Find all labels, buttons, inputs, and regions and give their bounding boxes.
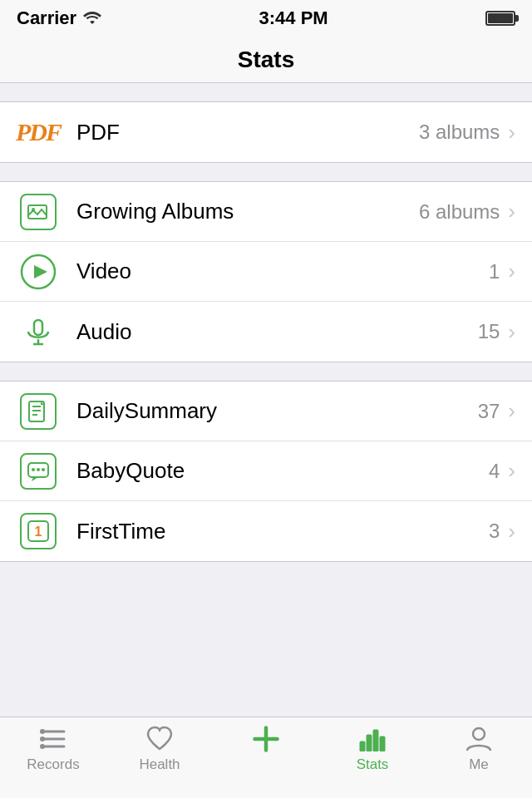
list-item-audio[interactable]: Audio 15 ›: [0, 302, 532, 362]
records-icon: [38, 726, 68, 752]
carrier-label: Carrier: [17, 7, 76, 29]
tab-records[interactable]: Records: [0, 726, 106, 773]
chevron-icon: ›: [508, 519, 515, 544]
svg-point-14: [42, 468, 45, 471]
tab-bar: Records Health Stats: [0, 717, 532, 798]
svg-rect-4: [34, 320, 42, 335]
status-bar: Carrier 3:44 PM: [0, 0, 532, 37]
list-item-pdf[interactable]: PDF PDF 3 albums ›: [0, 102, 532, 162]
section-gap-1: [0, 83, 532, 101]
first-time-icon: 1: [17, 510, 60, 553]
section-gap-3: [0, 362, 532, 381]
video-label: Video: [76, 259, 489, 284]
data-section: DailySummary 37 › BabyQuote: [0, 381, 532, 562]
pdf-count: 3 albums: [419, 121, 500, 144]
health-tab-label: Health: [139, 756, 180, 773]
chevron-icon: ›: [508, 120, 515, 145]
tab-stats[interactable]: Stats: [319, 726, 426, 773]
status-time: 3:44 PM: [259, 7, 328, 29]
growing-albums-count: 6 albums: [419, 200, 500, 224]
svg-point-20: [40, 729, 45, 734]
me-icon: [464, 726, 494, 752]
svg-marker-3: [34, 265, 47, 278]
daily-summary-label: DailySummary: [76, 398, 478, 424]
svg-point-29: [473, 728, 485, 740]
records-tab-label: Records: [27, 756, 79, 773]
baby-quote-icon: [17, 450, 60, 493]
daily-summary-icon: [17, 390, 60, 433]
list-item-daily-summary[interactable]: DailySummary 37 ›: [0, 382, 532, 441]
section-gap-bottom: [0, 562, 532, 580]
audio-label: Audio: [76, 319, 478, 345]
me-tab-label: Me: [469, 756, 489, 773]
page-title: Stats: [238, 47, 294, 73]
growing-albums-label: Growing Albums: [76, 199, 419, 224]
svg-text:1: 1: [35, 525, 42, 539]
content-area: PDF PDF 3 albums › Growing Albums 6 albu…: [0, 83, 532, 717]
add-icon: [251, 726, 281, 752]
pdf-icon: PDF: [17, 111, 60, 154]
tab-health[interactable]: Health: [106, 726, 213, 773]
list-item-growing-albums[interactable]: Growing Albums 6 albums ›: [0, 182, 532, 242]
wifi-icon: [83, 7, 101, 29]
svg-point-1: [32, 208, 35, 211]
chevron-icon: ›: [508, 259, 515, 284]
battery-icon: [485, 11, 515, 26]
pdf-section: PDF PDF 3 albums ›: [0, 101, 532, 163]
tab-me[interactable]: Me: [426, 726, 532, 773]
first-time-count: 3: [489, 520, 500, 543]
chevron-icon: ›: [508, 319, 515, 345]
nav-bar: Stats: [0, 37, 532, 83]
svg-point-13: [37, 468, 40, 471]
svg-point-21: [40, 736, 45, 741]
status-carrier: Carrier: [17, 7, 101, 29]
audio-count: 15: [478, 320, 500, 343]
svg-rect-27: [373, 730, 378, 751]
growing-albums-icon: [17, 190, 60, 234]
video-icon: [17, 250, 60, 293]
svg-point-22: [40, 744, 45, 749]
pdf-label: PDF: [76, 120, 419, 145]
media-section: Growing Albums 6 albums › Video 1 ›: [0, 181, 532, 362]
tab-add[interactable]: [213, 726, 319, 752]
svg-point-12: [32, 468, 35, 471]
baby-quote-label: BabyQuote: [76, 458, 489, 484]
list-item-baby-quote[interactable]: BabyQuote 4 ›: [0, 441, 532, 501]
health-icon: [145, 726, 175, 752]
first-time-label: FirstTime: [76, 519, 489, 544]
list-item-video[interactable]: Video 1 ›: [0, 242, 532, 302]
chevron-icon: ›: [508, 398, 515, 424]
audio-icon: [17, 310, 60, 353]
stats-icon: [357, 726, 387, 752]
daily-summary-count: 37: [478, 400, 500, 423]
svg-rect-28: [380, 736, 385, 751]
video-count: 1: [489, 260, 500, 283]
list-item-first-time[interactable]: 1 FirstTime 3 ›: [0, 501, 532, 561]
section-gap-2: [0, 163, 532, 181]
status-battery: [485, 11, 515, 26]
svg-rect-25: [360, 741, 365, 751]
svg-rect-26: [367, 735, 372, 751]
baby-quote-count: 4: [489, 460, 500, 483]
chevron-icon: ›: [508, 458, 515, 484]
stats-tab-label: Stats: [357, 756, 389, 773]
chevron-icon: ›: [508, 199, 515, 224]
